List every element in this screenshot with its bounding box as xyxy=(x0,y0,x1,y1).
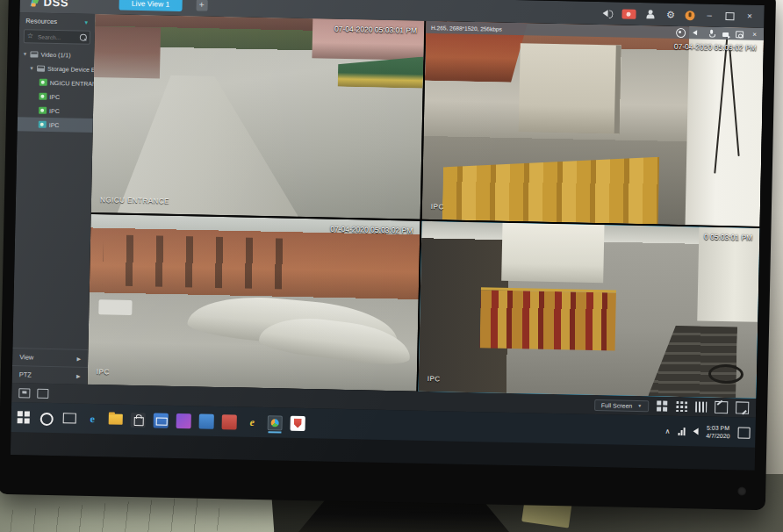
ptz-panel-toggle[interactable]: PTZ ▶ xyxy=(12,365,88,385)
dss-logo-text: DSS xyxy=(44,0,69,9)
tree-label: IPC xyxy=(49,93,60,99)
tree-item-camera-ipc-3-selected[interactable]: IPC xyxy=(18,117,93,133)
video-pane-ngicu-entrance[interactable]: 07-04-2020 05:03:01 PM NGICU ENTRANCE xyxy=(91,14,425,219)
user-icon[interactable] xyxy=(644,9,656,19)
audio-icon[interactable] xyxy=(693,29,700,37)
chevron-right-icon: ▶ xyxy=(76,356,81,362)
dss-app-taskbar-icon[interactable] xyxy=(268,415,283,430)
resources-header[interactable]: Resources ▼ xyxy=(19,12,95,29)
tray-time: 5:03 PM xyxy=(706,423,729,432)
office-app-icon[interactable] xyxy=(199,413,214,428)
search-box: ☆ xyxy=(24,29,90,45)
screen: DSS Live View 1 + ⚙ – × Resources ▼ ☆ xyxy=(11,0,765,471)
video-pane-ipc-selected[interactable]: 0 05:03:01 PM IPC xyxy=(418,221,759,399)
tree-item-camera-ipc-1[interactable]: IPC xyxy=(18,89,93,104)
storage-device-icon xyxy=(37,65,45,71)
photos-app-icon[interactable] xyxy=(176,413,191,428)
close-pane-icon[interactable]: × xyxy=(751,30,758,38)
monitor-power-button[interactable] xyxy=(737,486,746,495)
ptz-label: PTZ xyxy=(19,370,32,378)
file-explorer-icon[interactable] xyxy=(108,412,123,427)
osd-timestamp: 07-04-2020 05:03:01 PM xyxy=(334,25,417,35)
favorite-star-icon[interactable]: ☆ xyxy=(27,32,33,40)
store-icon[interactable] xyxy=(131,412,146,427)
device-tree: ▼ Video (1/1) ▼ Storage Device EVS NGICU… xyxy=(18,47,95,133)
alarm-count-badge[interactable] xyxy=(621,9,636,18)
sidebar-footer: View ▶ PTZ ▶ xyxy=(12,348,89,385)
device-group-icon xyxy=(30,51,38,57)
tree-item-camera-ngicu[interactable]: NGICU ENTRANCE xyxy=(18,75,94,90)
restore-button[interactable] xyxy=(723,11,735,21)
volume-icon[interactable] xyxy=(693,428,698,435)
windows-start-button[interactable] xyxy=(17,410,32,425)
monitor-tour-icon[interactable] xyxy=(37,388,48,398)
network-icon[interactable] xyxy=(678,427,685,435)
camera-icon xyxy=(39,93,47,100)
tree-label: IPC xyxy=(49,107,60,113)
record-icon[interactable] xyxy=(676,27,686,37)
layout-custom-icon[interactable] xyxy=(715,401,728,413)
expand-fullscreen-icon[interactable] xyxy=(736,401,749,413)
stream-info: H.265, 2688*1520, 256kbps xyxy=(431,24,502,32)
task-view-icon[interactable] xyxy=(62,411,77,426)
camera-name-label: NGICU ENTRANCE xyxy=(100,196,169,205)
tree-item-video[interactable]: ▼ Video (1/1) xyxy=(18,47,94,62)
save-view-icon[interactable] xyxy=(18,388,30,398)
expand-caret-icon[interactable]: ▼ xyxy=(22,51,27,56)
camera-icon xyxy=(39,107,47,114)
system-tray: ∧ 5:03 PM 4/7/2020 xyxy=(664,422,750,441)
camera-feed xyxy=(418,221,759,399)
tray-date: 4/7/2020 xyxy=(706,432,729,441)
camera-name-label: IPC xyxy=(431,203,444,211)
tree-label: NGICU ENTRANCE xyxy=(50,79,94,86)
video-grid: 07-04-2020 05:03:01 PM NGICU ENTRANCE H.… xyxy=(88,14,765,399)
clock[interactable]: 5:03 PM 4/7/2020 xyxy=(706,423,730,440)
settings-gear-icon[interactable]: ⚙ xyxy=(664,10,676,20)
view-panel-toggle[interactable]: View ▶ xyxy=(12,348,88,367)
osd-timestamp: 07-04-2020 05:03:02 PM xyxy=(674,42,757,53)
tree-label: Video (1/1) xyxy=(40,51,70,58)
minimize-button[interactable]: – xyxy=(703,10,715,20)
view-label: View xyxy=(19,353,33,361)
alarm-center-icon[interactable] xyxy=(685,11,694,20)
security-shield-icon[interactable] xyxy=(291,415,305,430)
snapshot-icon[interactable] xyxy=(736,31,743,38)
close-button[interactable]: × xyxy=(743,11,755,21)
monitor: DSS Live View 1 + ⚙ – × Resources ▼ ☆ xyxy=(0,0,776,510)
layout-columns-icon[interactable] xyxy=(695,401,707,412)
edge-browser-icon[interactable]: e xyxy=(85,411,100,426)
tab-live-view[interactable]: Live View 1 xyxy=(119,0,183,11)
action-center-icon[interactable] xyxy=(737,427,750,438)
osd-timestamp: 07-04-2020 05:03:02 PM xyxy=(330,225,413,235)
tray-expand-chevron[interactable]: ∧ xyxy=(664,427,670,435)
expand-caret-icon[interactable]: ▼ xyxy=(29,65,34,70)
dss-logo: DSS xyxy=(20,0,69,9)
tree-label: Storage Device EVS xyxy=(47,65,94,72)
resources-title: Resources xyxy=(25,17,57,25)
camera-feed xyxy=(88,214,420,392)
tree-item-camera-ipc-2[interactable]: IPC xyxy=(18,103,93,119)
internet-explorer-icon[interactable]: e xyxy=(245,414,260,429)
camera-icon xyxy=(39,121,47,128)
video-stream-icon[interactable] xyxy=(722,32,729,36)
audio-icon[interactable] xyxy=(601,8,613,18)
search-input[interactable] xyxy=(36,32,77,41)
add-tab-button[interactable]: + xyxy=(196,0,207,11)
tree-item-storage-device[interactable]: ▼ Storage Device EVS xyxy=(18,61,94,76)
talk-mic-icon[interactable] xyxy=(708,29,715,37)
video-pane-ipc-top-right[interactable]: H.265, 2688*1520, 256kbps × 07-04-2020 0… xyxy=(422,21,765,226)
chevron-down-icon: ▼ xyxy=(83,19,89,25)
video-pane-ipc-bottom-left[interactable]: 07-04-2020 05:03:02 PM IPC xyxy=(88,214,420,392)
layout-2x2-icon[interactable] xyxy=(657,400,668,411)
handwriting xyxy=(0,495,221,532)
camera-feed xyxy=(91,14,425,219)
fullscreen-dropdown[interactable]: Full Screen ▼ xyxy=(594,399,650,411)
resources-sidebar: Resources ▼ ☆ ▼ Video (1/1) ▼ Storage De… xyxy=(12,12,96,385)
cortana-icon[interactable] xyxy=(40,410,54,425)
camera-icon xyxy=(40,79,47,86)
layout-3x3-icon[interactable] xyxy=(676,401,687,412)
search-icon[interactable] xyxy=(80,34,87,41)
tree-label: IPC xyxy=(49,121,60,127)
media-app-icon[interactable] xyxy=(222,414,237,429)
mail-icon[interactable] xyxy=(154,413,169,428)
